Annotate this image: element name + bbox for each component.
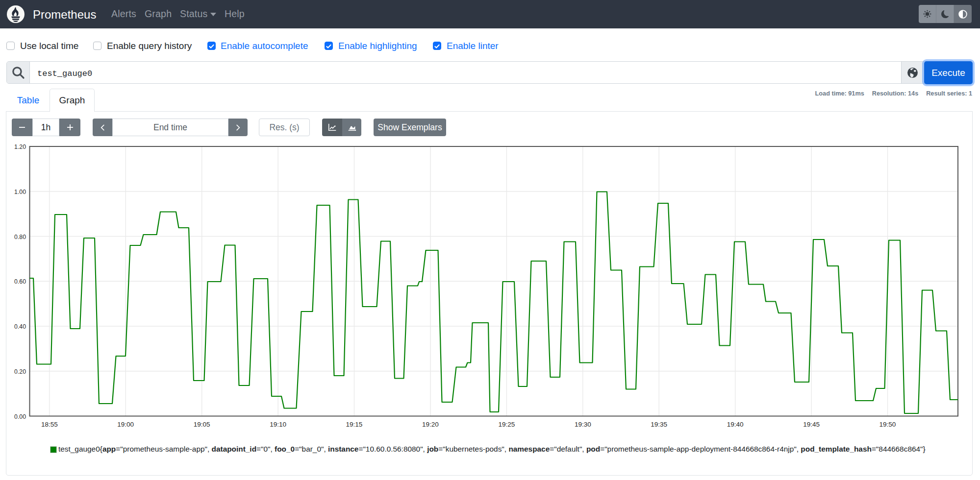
svg-text:19:20: 19:20 bbox=[422, 421, 439, 428]
svg-text:0.00: 0.00 bbox=[14, 413, 26, 420]
svg-text:0.80: 0.80 bbox=[14, 233, 26, 240]
svg-text:0.20: 0.20 bbox=[14, 368, 26, 375]
svg-text:19:05: 19:05 bbox=[194, 421, 210, 428]
svg-text:19:50: 19:50 bbox=[879, 421, 896, 428]
svg-text:19:35: 19:35 bbox=[651, 421, 667, 428]
svg-text:1.00: 1.00 bbox=[14, 188, 26, 195]
svg-text:0.40: 0.40 bbox=[14, 323, 26, 330]
svg-text:19:15: 19:15 bbox=[346, 421, 363, 428]
svg-text:19:30: 19:30 bbox=[575, 421, 591, 428]
svg-text:18:55: 18:55 bbox=[41, 421, 58, 428]
svg-text:1.20: 1.20 bbox=[14, 143, 26, 150]
svg-text:0.60: 0.60 bbox=[14, 278, 26, 285]
svg-text:19:45: 19:45 bbox=[803, 421, 820, 428]
svg-text:19:00: 19:00 bbox=[117, 421, 134, 428]
svg-text:19:40: 19:40 bbox=[727, 421, 744, 428]
svg-text:19:10: 19:10 bbox=[270, 421, 286, 428]
svg-text:19:25: 19:25 bbox=[499, 421, 515, 428]
